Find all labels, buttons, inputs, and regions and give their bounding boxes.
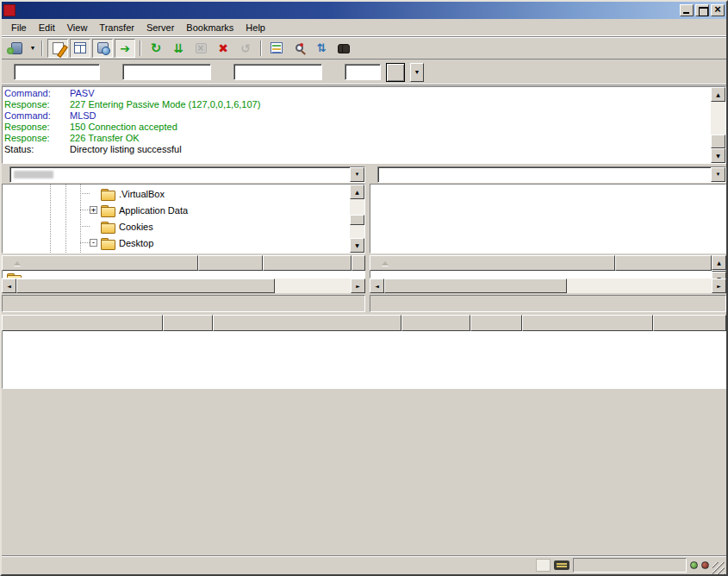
toolbar-separator (41, 41, 43, 56)
log-line: Response:150 Connection accepted (4, 122, 709, 133)
column-header-priority[interactable] (470, 315, 522, 331)
refresh-icon[interactable]: ↻ (146, 39, 166, 58)
process-queue-icon[interactable]: ⇊ (168, 39, 189, 58)
column-header-filetype[interactable] (263, 255, 352, 271)
scroll-down-icon[interactable]: ▼ (350, 238, 364, 253)
folder-icon (7, 272, 21, 279)
tree-expander[interactable]: - (90, 239, 97, 247)
scroll-up-icon[interactable]: ▲ (350, 185, 364, 199)
menu-item[interactable]: Bookmarks (180, 21, 240, 34)
status-bar (2, 555, 726, 574)
scroll-thumb[interactable] (384, 279, 567, 293)
tree-item[interactable]: + Application Data (3, 202, 350, 218)
synchronized-browsing-icon[interactable]: ⇅ (311, 39, 332, 58)
port-input[interactable] (345, 64, 381, 80)
combo-dropdown-icon[interactable]: ▼ (711, 167, 725, 182)
scroll-right-icon[interactable]: ► (712, 279, 726, 293)
scroll-thumb[interactable] (711, 135, 725, 148)
combo-dropdown-icon[interactable]: ▼ (350, 167, 364, 182)
filter-icon[interactable] (266, 39, 287, 58)
queue-list (2, 331, 726, 389)
local-directory-tree: .VirtualBox + Application Data Cookies - (3, 185, 350, 253)
reconnect-icon[interactable]: ↺ (235, 39, 256, 58)
close-button[interactable] (711, 4, 725, 16)
scroll-up-icon[interactable]: ▲ (711, 87, 725, 102)
scroll-down-icon[interactable]: ▼ (711, 148, 725, 163)
menu-item[interactable]: Edit (33, 21, 61, 34)
log-scrollbar[interactable]: ▲ ▼ (711, 87, 725, 163)
local-site-label (2, 172, 7, 176)
host-input[interactable] (14, 64, 100, 80)
scroll-left-icon[interactable]: ◄ (2, 279, 16, 293)
tree-item[interactable]: .VirtualBox (3, 185, 350, 202)
site-manager-dropdown-icon[interactable]: ▼ (28, 39, 38, 58)
column-header-filename[interactable] (370, 255, 615, 271)
column-header-filename[interactable] (2, 255, 198, 271)
speed-limit-icon[interactable] (554, 560, 569, 570)
disconnect-icon[interactable]: ✖ (213, 39, 233, 58)
remote-list-hscrollbar[interactable]: ◄ ► (370, 279, 726, 293)
local-tree-scrollbar[interactable]: ▲ ▼ (350, 185, 364, 253)
scroll-thumb[interactable] (350, 215, 364, 225)
column-header-filesize[interactable] (615, 255, 712, 271)
bottom-spacer (2, 410, 726, 556)
maximize-button[interactable] (695, 4, 709, 16)
find-files-icon[interactable] (333, 39, 354, 58)
menu-item[interactable]: Help (240, 21, 271, 34)
transfer-queue (2, 315, 726, 389)
toggle-queue-icon[interactable]: ➔ (115, 39, 135, 58)
activity-led-green (690, 561, 698, 569)
menu-item[interactable]: View (61, 21, 94, 34)
toolbar-separator (260, 41, 262, 56)
toolbar-separator (140, 41, 141, 56)
tree-item[interactable]: Cookies (3, 218, 350, 235)
sort-ascending-icon (382, 261, 389, 266)
remote-site-combo[interactable]: ▼ (377, 166, 726, 183)
toggle-local-tree-icon[interactable] (70, 39, 90, 58)
username-input[interactable] (122, 64, 211, 80)
menu-item[interactable]: Transfer (93, 21, 140, 34)
folder-icon (101, 188, 115, 200)
column-header-remote-file[interactable] (213, 315, 401, 331)
compare-directories-icon[interactable] (289, 39, 309, 58)
column-header-server-local-file[interactable] (2, 315, 163, 331)
column-header-size[interactable] (401, 315, 470, 331)
toggle-remote-tree-icon[interactable] (92, 39, 113, 58)
remote-pane: ▼ (370, 166, 726, 312)
tree-item[interactable]: - Desktop (3, 235, 350, 251)
log-line: Response:227 Entering Passive Mode (127,… (4, 99, 709, 110)
toggle-log-icon[interactable] (47, 39, 68, 58)
title-bar[interactable] (2, 2, 726, 19)
menu-item[interactable]: File (5, 21, 33, 34)
column-header-status[interactable] (522, 315, 653, 331)
folder-icon (101, 237, 115, 249)
tree-expander[interactable]: + (90, 206, 97, 214)
column-header-filesize[interactable] (198, 255, 263, 271)
cancel-operation-icon[interactable]: × (190, 39, 211, 58)
column-header-direction[interactable] (163, 315, 213, 331)
folder-icon (101, 204, 115, 216)
redacted-username (14, 171, 53, 178)
file-row[interactable]: .. (3, 271, 364, 279)
scroll-thumb[interactable] (16, 279, 275, 293)
minimize-button[interactable] (680, 4, 694, 16)
scroll-left-icon[interactable]: ◄ (370, 279, 384, 293)
scroll-up-icon[interactable]: ▲ (712, 255, 726, 270)
local-list-hscrollbar[interactable]: ◄ ► (2, 279, 365, 293)
data-type-indicator-icon[interactable] (536, 559, 551, 572)
remote-directory-tree (370, 185, 725, 253)
filezilla-window: FileEditViewTransferServerBookmarksHelp … (0, 0, 728, 576)
column-header-lastmodified[interactable] (352, 255, 365, 271)
password-input[interactable] (233, 64, 322, 80)
menu-item[interactable]: Server (140, 21, 180, 34)
app-icon[interactable] (3, 4, 16, 16)
local-site-combo[interactable]: ▼ (9, 166, 365, 183)
resize-grip[interactable] (712, 562, 725, 574)
site-manager-icon[interactable] (6, 39, 27, 58)
remote-list-scrollbar[interactable]: ▲ ▼ (712, 255, 726, 279)
scroll-right-icon[interactable]: ► (351, 279, 365, 293)
quickconnect-button[interactable] (386, 63, 405, 82)
sort-ascending-icon (14, 261, 21, 266)
local-pane: ▼ .VirtualBox + (2, 166, 365, 312)
quickconnect-dropdown-icon[interactable]: ▼ (410, 63, 424, 82)
